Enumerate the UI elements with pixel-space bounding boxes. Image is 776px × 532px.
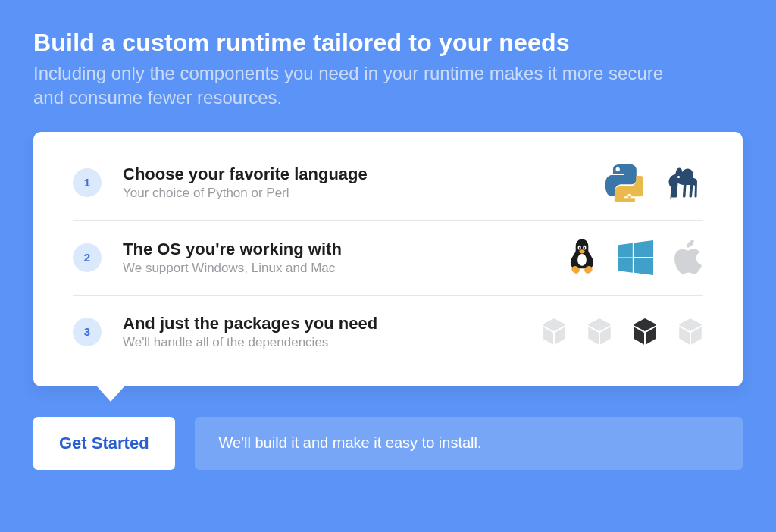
svg-point-3: [584, 246, 585, 249]
package-icon: [541, 318, 567, 346]
step-title: And just the packages you need: [123, 314, 541, 333]
apple-icon: [673, 240, 703, 275]
package-icon: [587, 318, 612, 346]
cta-note: We'll build it and make it easy to insta…: [195, 417, 743, 470]
windows-icon: [618, 240, 653, 275]
step-number: 2: [73, 243, 102, 272]
package-icon: [677, 318, 703, 346]
step-subtitle: Your choice of Python or Perl: [123, 186, 605, 201]
steps-card: 1 Choose your favorite language Your cho…: [33, 132, 743, 386]
step-row-3: 3 And just the packages you need We'll h…: [73, 296, 703, 368]
step-row-2: 2 The OS you're working with We support …: [73, 221, 703, 296]
step-number: 3: [73, 318, 102, 346]
hero-subtitle: Including only the components you need i…: [33, 61, 685, 111]
step-subtitle: We'll handle all of the dependencies: [123, 335, 541, 350]
step-number: 1: [73, 168, 102, 197]
perl-camel-icon: [662, 164, 703, 202]
step-title: Choose your favorite language: [123, 164, 605, 184]
package-icon-dark: [632, 318, 658, 346]
svg-point-2: [579, 246, 580, 249]
step-subtitle: We support Windows, Linux and Mac: [123, 261, 565, 276]
linux-icon: [565, 239, 599, 277]
step-row-1: 1 Choose your favorite language Your cho…: [73, 146, 703, 221]
get-started-button[interactable]: Get Started: [33, 417, 175, 470]
hero-title: Build a custom runtime tailored to your …: [33, 29, 743, 57]
step-title: The OS you're working with: [123, 239, 565, 259]
python-icon: [605, 164, 643, 202]
